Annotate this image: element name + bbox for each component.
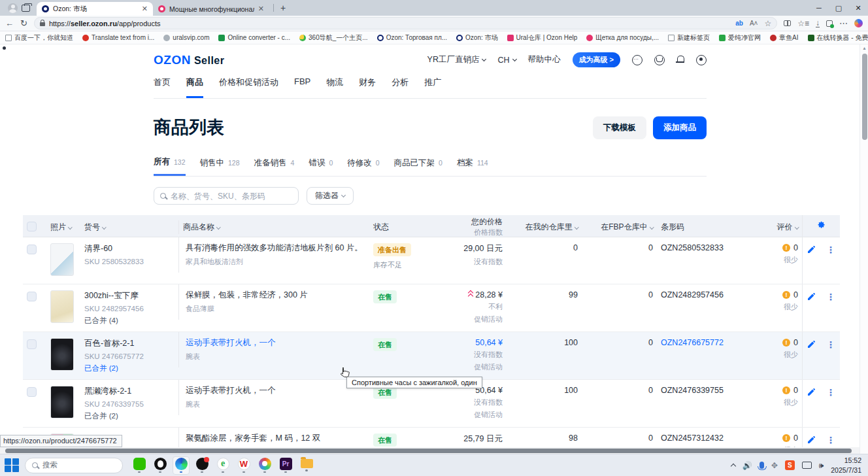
bookmark-item[interactable]: Translate text from i...: [82, 34, 154, 41]
edge-icon[interactable]: [173, 456, 190, 475]
copilot-icon[interactable]: [854, 19, 863, 27]
file-explorer-icon[interactable]: [298, 456, 315, 475]
microphone-icon[interactable]: [760, 462, 764, 469]
product-search-box[interactable]: [154, 187, 299, 205]
qq-icon[interactable]: [152, 456, 169, 475]
new-tab-button[interactable]: +: [280, 3, 286, 13]
ozon-logo[interactable]: OZONSeller: [154, 53, 224, 67]
tab-errors[interactable]: 错误0: [309, 156, 333, 176]
ie-icon[interactable]: e: [214, 456, 231, 475]
notifications-bell-icon[interactable]: [676, 56, 684, 64]
tab-selling[interactable]: 销售中128: [200, 156, 240, 176]
chat-icon[interactable]: [632, 55, 643, 65]
product-barcode-link[interactable]: OZN2476675772: [661, 338, 724, 347]
nav-home[interactable]: 首页: [154, 76, 171, 98]
table-row[interactable]: 300zhi--宝下摩SKU 2482957456已合并 (4) 保鲜膜，包装，…: [23, 284, 840, 332]
read-aloud-icon[interactable]: A˄: [750, 20, 758, 27]
taskbar-clock[interactable]: 15:522025/7/31: [831, 456, 861, 474]
maximize-button[interactable]: ▢: [829, 0, 848, 16]
bookmark-item[interactable]: Ozon: Торговая пл...: [377, 34, 447, 41]
select-all-checkbox[interactable]: [27, 222, 37, 231]
downloads-icon[interactable]: ↓: [816, 20, 820, 27]
sogou-input-icon[interactable]: S: [785, 460, 795, 470]
product-name[interactable]: 运动手表带打火机，一个: [186, 386, 365, 396]
browser-tab-2[interactable]: Мощные многофункциональнь ✕: [153, 2, 269, 16]
start-button[interactable]: [4, 458, 20, 473]
promo-link[interactable]: 促销活动: [441, 410, 503, 420]
row-menu-kebab-icon[interactable]: ⋮: [826, 292, 835, 301]
nav-logistics[interactable]: 物流: [326, 76, 343, 98]
bookmark-item[interactable]: Ozon: 市场: [456, 33, 497, 42]
browser-tab-active[interactable]: Ozon: 市场 ✕: [37, 2, 153, 16]
col-photo[interactable]: 照片: [46, 220, 80, 234]
store-selector[interactable]: YR工厂直销店: [427, 54, 486, 65]
row-menu-kebab-icon[interactable]: ⋮: [826, 435, 835, 445]
premiere-icon[interactable]: Pr: [277, 456, 294, 475]
nav-analytics[interactable]: 分析: [392, 76, 409, 98]
product-price-link[interactable]: 50,64 ¥: [441, 338, 503, 347]
horizontal-scrollbar[interactable]: [0, 447, 860, 454]
col-fbp-stock[interactable]: 在FBP仓库中: [582, 220, 657, 234]
wps-icon[interactable]: W: [235, 456, 252, 475]
language-selector[interactable]: CH: [497, 56, 516, 65]
favorites-bar-icon[interactable]: ☆≡: [797, 19, 809, 28]
col-name[interactable]: 商品名称: [178, 220, 369, 234]
product-article[interactable]: 300zhi--宝下摩: [84, 290, 175, 301]
nav-finance[interactable]: 财务: [359, 76, 376, 98]
music-app-icon[interactable]: [193, 456, 210, 475]
lock-icon[interactable]: [40, 22, 45, 26]
speaker-icon[interactable]: 🔊: [743, 461, 752, 470]
merged-link[interactable]: 已合并 (2): [84, 411, 175, 421]
bookmark-item[interactable]: uralsvip.com: [163, 34, 209, 41]
browser-360-icon[interactable]: [256, 456, 273, 475]
row-menu-kebab-icon[interactable]: ⋮: [826, 340, 835, 349]
edit-pencil-icon[interactable]: [807, 245, 816, 254]
translate-icon[interactable]: ab: [735, 20, 743, 27]
filters-button[interactable]: 筛选器: [307, 187, 354, 205]
vertical-scrollbar-thumb[interactable]: [862, 54, 867, 140]
product-photo[interactable]: [50, 338, 74, 371]
bookmark-item[interactable]: Online converter - c...: [218, 34, 290, 41]
edit-pencil-icon[interactable]: [807, 340, 816, 348]
premium-button[interactable]: 成为高级 >: [573, 52, 620, 67]
product-name[interactable]: 具有消毒作用的强效多功能清洁地板片剂 60 片。: [186, 243, 365, 254]
nav-fbp[interactable]: FBP: [294, 76, 310, 98]
tab-to-fix[interactable]: 待修改0: [347, 156, 379, 176]
bookmark-item[interactable]: 360导航_一个主页...: [299, 33, 368, 42]
bookmark-item[interactable]: 百度一下，你就知道: [5, 33, 73, 42]
bookmark-item[interactable]: 章鱼AI: [770, 33, 798, 42]
hidden-icons-chevron[interactable]: [730, 464, 735, 469]
table-row-highlighted[interactable]: 百色-首标-2-1SKU 2476675772已合并 (2) 运动手表带打火机，…: [23, 332, 840, 380]
tab-close-icon[interactable]: ✕: [258, 5, 264, 13]
nav-products[interactable]: 商品: [186, 76, 203, 98]
tab-unpublished[interactable]: 商品已下架0: [394, 156, 442, 176]
edit-pencil-icon[interactable]: [807, 435, 816, 444]
vertical-scrollbar[interactable]: ▲: [860, 44, 868, 454]
edit-pencil-icon[interactable]: [807, 388, 816, 396]
promo-link[interactable]: 促销活动: [441, 314, 503, 324]
download-template-button[interactable]: 下载模板: [593, 116, 646, 139]
row-menu-kebab-icon[interactable]: ⋮: [826, 245, 835, 254]
split-screen-icon[interactable]: [784, 20, 791, 26]
product-name[interactable]: 保鲜膜，包装，非常经济，300 片: [186, 290, 365, 301]
promo-link[interactable]: 促销活动: [441, 362, 503, 372]
product-name[interactable]: 聚氨酯涂层，家务手套，M 码，12 双: [186, 434, 365, 444]
bookmark-item[interactable]: 爱纯净官网: [719, 33, 761, 42]
merged-link[interactable]: 已合并 (4): [84, 316, 175, 326]
favorite-star-icon[interactable]: ☆: [764, 19, 771, 28]
settings-more-icon[interactable]: ⋯: [839, 19, 848, 27]
tab-ready[interactable]: 准备销售4: [254, 156, 295, 176]
row-checkbox[interactable]: [27, 387, 37, 397]
row-checkbox[interactable]: [27, 245, 37, 254]
cast-display-icon[interactable]: [802, 462, 812, 469]
browser-profile-avatar[interactable]: [8, 3, 18, 13]
horizontal-scrollbar-thumb[interactable]: [5, 449, 852, 453]
remote-tool-icon[interactable]: ✥: [771, 461, 778, 470]
workspaces-icon[interactable]: [22, 5, 30, 12]
product-article[interactable]: 百色-首标-2-1: [84, 338, 175, 349]
address-bar[interactable]: https://seller.ozon.ru/app/products ab A…: [34, 17, 777, 29]
nav-marketing[interactable]: 推广: [424, 76, 441, 98]
edit-pencil-icon[interactable]: [807, 292, 816, 301]
minimize-button[interactable]: ─: [809, 0, 829, 16]
bookmark-item[interactable]: 新建标签页: [668, 33, 710, 42]
